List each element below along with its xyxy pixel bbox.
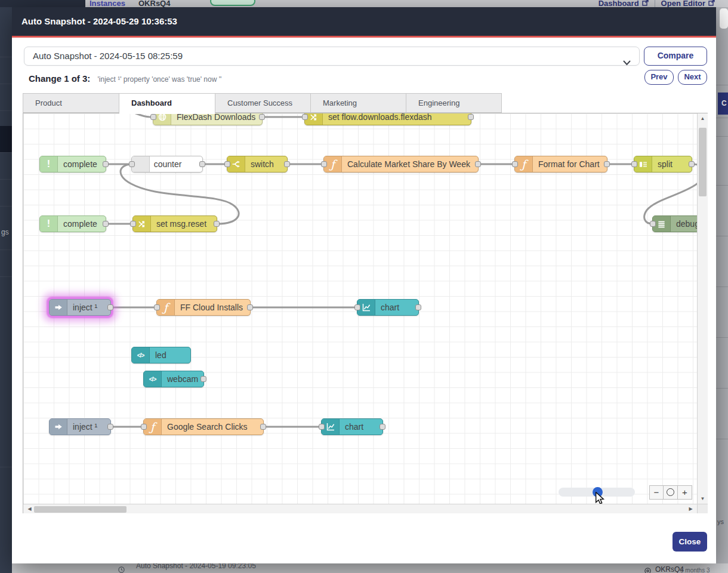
output-port[interactable] [214,221,220,227]
output-port[interactable] [103,221,109,227]
output-port[interactable] [199,161,205,167]
zoom-in-button[interactable]: + [678,485,692,500]
change-counter: Change 1 of 3: [29,73,90,84]
output-port[interactable] [284,161,290,167]
node-format-for-chart[interactable]: ƒFormat for Chart [514,156,607,172]
input-port[interactable] [512,161,518,167]
input-port[interactable] [650,221,656,227]
node-complete-1[interactable]: !complete [39,156,106,172]
snapshot-select[interactable]: Auto Snapshot - 2024-05-15 08:25:59 [24,47,640,66]
node-counter[interactable]: counter [131,156,203,172]
node-set-msg-reset[interactable]: set msg.reset [132,215,217,232]
close-button[interactable]: Close [673,532,707,552]
tab-dashboard[interactable]: Dashboard [119,93,215,114]
tab-customer-success[interactable]: Customer Success [215,93,311,113]
open-editor-link[interactable]: Open Editor [661,0,715,7]
node-set-flow-downloads-flexdash[interactable]: set flow.downloads.flexdash [304,113,471,125]
compare-button[interactable]: Compare [644,47,707,66]
scroll-down-icon[interactable]: ▼ [698,496,708,501]
node-inject-2[interactable]: inject ¹ [49,418,111,435]
create-snapshot-button-fragment[interactable]: C [718,93,728,115]
scroll-left-icon[interactable]: ◀ [24,506,35,512]
node-switch[interactable]: switch [227,156,288,172]
output-port[interactable] [200,376,206,382]
node-label: Google Search Clicks [162,419,263,435]
background-topbar-dark-block [0,0,85,7]
snapshot-list-item: Auto Snapshot - 2024-05-19 09:23:05 [136,563,256,570]
input-port[interactable] [130,221,136,227]
flow-canvas[interactable]: FlexDash Downloadsset flow.downloads.fle… [23,113,697,504]
change-summary: Change 1 of 3: 'inject ¹' property 'once… [29,73,221,84]
node-label: set msg.reset [151,216,217,232]
output-port[interactable] [604,161,610,167]
output-port[interactable] [260,424,266,430]
input-port[interactable] [154,304,160,310]
prev-button[interactable]: Prev [644,70,674,85]
instance-name: OKRsQ4 [138,0,170,7]
node-ff-cloud-installs[interactable]: ƒFF Cloud Installs [156,299,251,316]
node-inject-1[interactable]: inject ¹ [49,299,111,316]
horizontal-scrollbar[interactable]: ◀ ▶ [23,504,697,513]
input-port[interactable] [150,114,156,120]
input-port[interactable] [631,161,637,167]
node-chart-2[interactable]: chart [321,418,383,435]
node-label: debug [671,216,697,232]
complete-icon: ! [40,156,58,172]
tab-product[interactable]: Product [23,93,119,113]
screen: Instances OKRsQ4 Dashboard Open Editor g… [0,0,728,573]
node-led[interactable]: </>led [131,347,191,363]
snapshot-compare-dialog: Auto Snapshot - 2024-05-29 10:36:53 Auto… [12,7,716,563]
node-label: counter [150,156,202,172]
node-webcam[interactable]: </>webcam [143,371,204,387]
scroll-right-icon[interactable]: ▶ [686,506,696,512]
duration-fragment: 3 months 3 weeks 4 d [680,567,728,573]
node-label: complete [58,216,106,232]
tab-engineering[interactable]: Engineering [406,93,502,113]
instance-icon [644,566,651,573]
node-label: FlexDash Downloads [171,113,262,125]
output-port[interactable] [468,114,474,120]
vertical-scrollbar[interactable]: ▲ ▼ [697,113,708,504]
node-debug[interactable]: debug [652,215,697,232]
input-port[interactable] [321,161,327,167]
node-label: chart [375,300,418,315]
topbar-divider [655,0,655,7]
output-port[interactable] [259,114,265,120]
input-port[interactable] [302,114,308,120]
input-port[interactable] [354,304,360,310]
output-port[interactable] [247,304,253,310]
output-port[interactable] [107,424,113,430]
snapshot-select-value: Auto Snapshot - 2024-05-15 08:25:59 [33,51,183,61]
output-port[interactable] [689,161,695,167]
output-port[interactable] [103,161,109,167]
output-port[interactable] [475,161,481,167]
output-port[interactable] [380,424,385,430]
mouse-cursor [595,492,606,504]
dashboard-link[interactable]: Dashboard [599,0,649,7]
node-calculate-market-share[interactable]: ƒCalculate Market Share By Week [323,156,479,172]
zoom-out-button[interactable]: − [649,485,664,500]
next-button[interactable]: Next [678,70,707,85]
zoom-reset-button[interactable] [664,485,678,500]
input-port[interactable] [224,161,230,167]
tab-marketing[interactable]: Marketing [311,93,406,113]
sidebar-item-label-fragment[interactable]: gs [1,228,9,236]
node-google-search-clicks[interactable]: ƒGoogle Search Clicks [143,418,264,435]
node-split[interactable]: split [634,156,692,172]
scroll-up-icon[interactable]: ▲ [698,116,708,121]
output-port[interactable] [415,304,421,310]
template-icon: </> [144,371,162,387]
output-port[interactable] [107,304,113,310]
input-port[interactable] [141,424,147,430]
input-port[interactable] [129,161,135,167]
node-complete-2[interactable]: !complete [39,215,106,232]
input-port[interactable] [319,424,325,430]
node-label: webcam [162,371,203,387]
node-flexdash-downloads[interactable]: FlexDash Downloads [153,113,263,125]
horizontal-scroll-thumb[interactable] [34,506,127,513]
external-link-icon [708,0,715,7]
sidebar-selected-item[interactable] [0,126,12,152]
breadcrumb-instances[interactable]: Instances [90,0,125,7]
node-chart-1[interactable]: chart [357,299,419,316]
vertical-scroll-thumb[interactable] [699,128,707,196]
